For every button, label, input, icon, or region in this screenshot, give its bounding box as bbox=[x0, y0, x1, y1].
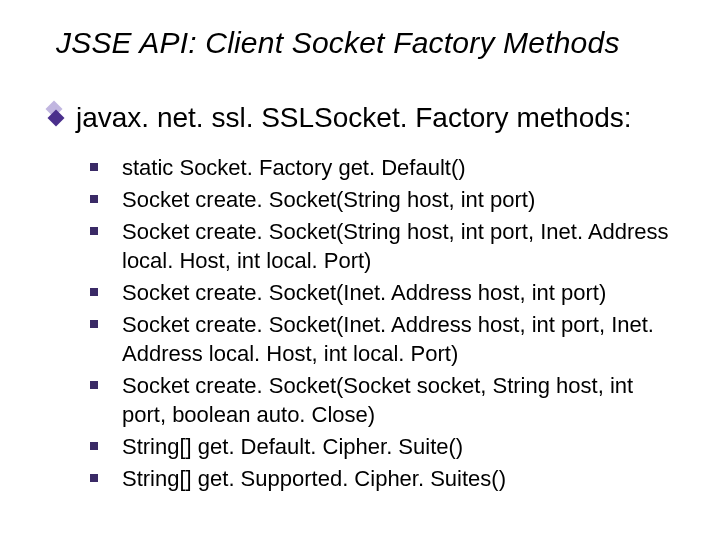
square-bullet-icon bbox=[90, 474, 98, 482]
square-bullet-icon bbox=[90, 227, 98, 235]
square-bullet-icon bbox=[90, 195, 98, 203]
list-item: String[] get. Default. Cipher. Suite() bbox=[90, 432, 688, 461]
method-text: Socket create. Socket(String host, int p… bbox=[122, 185, 535, 214]
square-bullet-icon bbox=[90, 381, 98, 389]
lead-text: javax. net. ssl. SSLSocket. Factory meth… bbox=[76, 100, 632, 135]
list-item: Socket create. Socket(Socket socket, Str… bbox=[90, 371, 688, 429]
list-item: Socket create. Socket(String host, int p… bbox=[90, 217, 688, 275]
method-text: String[] get. Default. Cipher. Suite() bbox=[122, 432, 463, 461]
square-bullet-icon bbox=[90, 442, 98, 450]
slide-title: JSSE API: Client Socket Factory Methods bbox=[56, 26, 688, 60]
lead-row: javax. net. ssl. SSLSocket. Factory meth… bbox=[50, 100, 688, 135]
list-item: String[] get. Supported. Cipher. Suites(… bbox=[90, 464, 688, 493]
slide: JSSE API: Client Socket Factory Methods … bbox=[0, 0, 720, 540]
method-text: Socket create. Socket(Socket socket, Str… bbox=[122, 371, 682, 429]
method-text: Socket create. Socket(Inet. Address host… bbox=[122, 278, 606, 307]
square-bullet-icon bbox=[90, 320, 98, 328]
list-item: Socket create. Socket(Inet. Address host… bbox=[90, 310, 688, 368]
square-bullet-icon bbox=[90, 288, 98, 296]
method-list: static Socket. Factory get. Default() So… bbox=[90, 153, 688, 493]
list-item: Socket create. Socket(Inet. Address host… bbox=[90, 278, 688, 307]
square-bullet-icon bbox=[90, 163, 98, 171]
method-text: Socket create. Socket(Inet. Address host… bbox=[122, 310, 682, 368]
list-item: Socket create. Socket(String host, int p… bbox=[90, 185, 688, 214]
method-text: String[] get. Supported. Cipher. Suites(… bbox=[122, 464, 506, 493]
method-text: static Socket. Factory get. Default() bbox=[122, 153, 466, 182]
diamond-bullet-icon bbox=[50, 112, 62, 124]
method-text: Socket create. Socket(String host, int p… bbox=[122, 217, 682, 275]
list-item: static Socket. Factory get. Default() bbox=[90, 153, 688, 182]
